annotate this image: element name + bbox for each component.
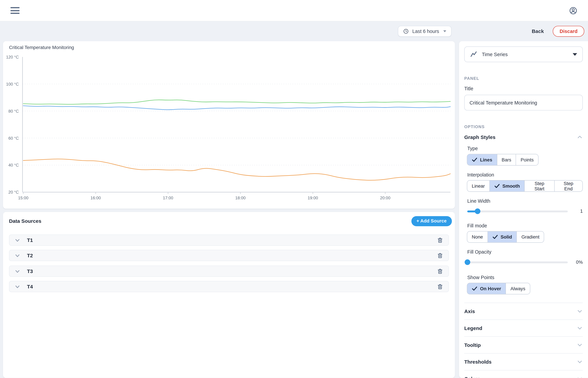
toolbar: Last 6 hours Back Discard — [0, 21, 588, 41]
section-tooltip[interactable]: Tooltip — [464, 337, 583, 353]
interpolation-option-step-start[interactable]: Step Start — [525, 181, 555, 191]
data-source-label: T3 — [27, 268, 33, 274]
viz-type-value: Time Series — [482, 52, 508, 57]
y-axis-label: 40 °C — [8, 163, 19, 167]
x-axis-label: 18:00 — [235, 196, 245, 200]
data-source-row-t1[interactable]: T1 — [9, 234, 449, 246]
data-sources-panel: Data Sources + Add Source T1 T2 — [3, 212, 455, 378]
series-line-orange — [23, 159, 450, 180]
fill-opacity-label: Fill Opacity — [467, 249, 583, 255]
chevron-down-icon — [14, 284, 20, 289]
trash-icon — [437, 252, 443, 259]
x-axis-label: 19:00 — [308, 196, 318, 200]
section-colors[interactable]: Colors — [464, 370, 583, 378]
y-axis-label: 120 °C — [6, 55, 19, 59]
line-width-thumb[interactable] — [474, 208, 480, 214]
trash-icon — [437, 283, 443, 290]
account-circle-icon — [569, 6, 577, 15]
line-chart-icon — [470, 51, 477, 58]
data-sources-header: Data Sources — [9, 218, 41, 224]
show-points-segmented-control: On Hover Always — [467, 283, 530, 295]
fill-opacity-thumb[interactable] — [465, 259, 470, 265]
interpolation-option-step-end[interactable]: Step End — [555, 181, 582, 191]
caret-down-icon — [443, 30, 446, 32]
data-source-row-t2[interactable]: T2 — [9, 250, 449, 261]
trash-icon — [437, 268, 443, 274]
fill-opacity-value: 0% — [574, 259, 583, 265]
clock-icon — [403, 28, 409, 34]
interpolation-option-linear[interactable]: Linear — [467, 181, 490, 191]
type-segmented-control: Lines Bars Points — [467, 154, 538, 166]
fill-mode-option-none[interactable]: None — [467, 231, 488, 242]
chart-title: Critical Temperature Monitoring — [9, 45, 74, 50]
data-source-row-t4[interactable]: T4 — [9, 281, 449, 292]
x-axis-label: 16:00 — [91, 196, 101, 200]
menu-button[interactable] — [11, 7, 19, 14]
y-axis-label: 20 °C — [8, 190, 19, 194]
interpolation-option-smooth[interactable]: Smooth — [490, 181, 525, 191]
interpolation-segmented-control: Linear Smooth Step Start Step End — [467, 180, 583, 192]
data-source-label: T4 — [27, 284, 33, 289]
chevron-down-icon — [577, 359, 583, 365]
show-points-option-on-hover[interactable]: On Hover — [467, 283, 506, 294]
hamburger-icon — [11, 7, 19, 8]
discard-button[interactable]: Discard — [553, 26, 584, 37]
viz-type-select[interactable]: Time Series — [464, 46, 583, 62]
data-source-label: T1 — [27, 237, 33, 243]
expand-row-button[interactable] — [14, 268, 20, 274]
section-thresholds[interactable]: Thresholds — [464, 353, 583, 370]
fill-mode-option-gradient[interactable]: Gradient — [517, 231, 544, 242]
fill-opacity-track[interactable] — [467, 261, 568, 263]
data-source-label: T2 — [27, 253, 33, 258]
x-axis-label: 17:00 — [163, 196, 173, 200]
fill-mode-label: Fill mode — [467, 223, 583, 228]
panel-title-input[interactable] — [464, 95, 583, 110]
trash-icon — [437, 237, 443, 243]
delete-source-button[interactable] — [437, 252, 443, 259]
topbar — [0, 0, 588, 21]
section-legend[interactable]: Legend — [464, 320, 583, 337]
series-line-blue — [23, 106, 450, 109]
type-option-points[interactable]: Points — [516, 154, 538, 165]
check-icon — [492, 234, 498, 239]
check-icon — [472, 286, 477, 291]
interpolation-label: Interpolation — [467, 172, 583, 177]
expand-row-button[interactable] — [14, 253, 20, 258]
line-width-value: 1 — [574, 209, 583, 214]
check-icon — [494, 184, 500, 189]
options-sidebar: Time Series PANEL Title OPTIONS Graph St… — [459, 41, 588, 378]
graph-styles-header[interactable]: Graph Styles — [464, 134, 583, 140]
x-axis-label: 20:00 — [380, 196, 390, 200]
check-icon — [472, 157, 477, 162]
chevron-down-icon — [14, 268, 20, 274]
section-axis[interactable]: Axis — [464, 303, 583, 320]
fill-mode-option-solid[interactable]: Solid — [488, 231, 517, 242]
type-option-bars[interactable]: Bars — [497, 154, 516, 165]
data-source-row-t3[interactable]: T3 — [9, 266, 449, 277]
caret-down-icon — [573, 53, 577, 56]
back-button[interactable]: Back — [530, 28, 546, 34]
fill-opacity-slider: 0% — [467, 259, 583, 265]
line-width-track[interactable] — [467, 210, 568, 212]
series-line-green — [23, 100, 450, 104]
page: Last 6 hours Back Discard Critical Tempe… — [0, 0, 588, 378]
time-range-button[interactable]: Last 6 hours — [398, 26, 452, 37]
show-points-option-always[interactable]: Always — [506, 283, 530, 294]
line-width-label: Line Width — [467, 198, 583, 204]
options-group-label: OPTIONS — [464, 124, 583, 129]
expand-row-button[interactable] — [14, 237, 20, 243]
chart-svg[interactable]: 120 °C100 °C80 °C60 °C40 °C20 °C15:0016:… — [3, 41, 455, 209]
type-option-lines[interactable]: Lines — [467, 154, 497, 165]
chevron-down-icon — [577, 308, 583, 314]
delete-source-button[interactable] — [437, 283, 443, 290]
add-source-button[interactable]: + Add Source — [411, 216, 452, 226]
delete-source-button[interactable] — [437, 268, 443, 274]
title-field-label: Title — [464, 86, 583, 91]
y-axis-label: 80 °C — [8, 109, 19, 113]
delete-source-button[interactable] — [437, 237, 443, 243]
expand-row-button[interactable] — [14, 284, 20, 289]
user-menu-button[interactable] — [569, 6, 577, 15]
chevron-down-icon — [14, 253, 20, 258]
chevron-down-icon — [14, 237, 20, 243]
fill-mode-segmented-control: None Solid Gradient — [467, 231, 544, 243]
